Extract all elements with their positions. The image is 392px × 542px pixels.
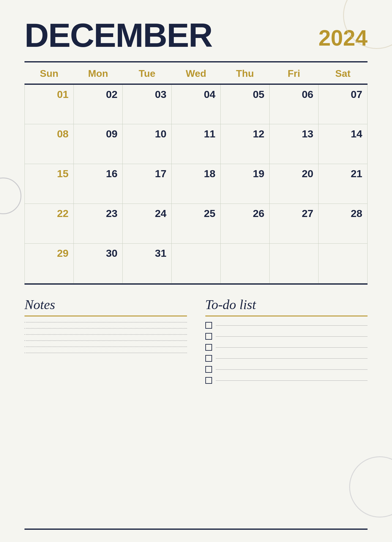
- date-number: 21: [323, 168, 362, 180]
- header-wed: Wed: [172, 62, 221, 84]
- calendar-cell: 27: [270, 204, 319, 243]
- date-number: 05: [226, 88, 264, 100]
- todo-item: [205, 322, 368, 329]
- notes-line: [24, 346, 187, 347]
- deco-circle-bottom-right: [349, 456, 392, 518]
- header-thu: Thu: [221, 62, 270, 84]
- notes-line: [24, 340, 187, 341]
- todo-line: [216, 380, 368, 381]
- calendar-cell: [221, 243, 270, 283]
- calendar-cell: [172, 243, 221, 283]
- notes-line: [24, 353, 187, 353]
- calendar-cell: 15: [25, 164, 74, 204]
- todo-item: [205, 344, 368, 351]
- calendar-cell: 24: [123, 204, 172, 243]
- calendar-week-row: 08091011121314: [25, 124, 368, 164]
- calendar-cell: 22: [25, 204, 74, 243]
- date-number: 29: [30, 247, 69, 259]
- calendar-cell: 04: [172, 84, 221, 124]
- todo-line: [216, 325, 368, 326]
- notes-line: [24, 328, 187, 329]
- calendar-cell: 20: [270, 164, 319, 204]
- page-header: DECEMBER 2024: [24, 18, 368, 52]
- calendar-cell: [270, 243, 319, 283]
- calendar-cell: 30: [74, 243, 123, 283]
- calendar-week-row: 22232425262728: [25, 204, 368, 243]
- date-number: 09: [79, 128, 118, 140]
- calendar-cell: 16: [74, 164, 123, 204]
- notes-lines: [24, 322, 187, 353]
- notes-underline: [24, 316, 187, 316]
- calendar-week-row: 01020304050607: [25, 84, 368, 124]
- calendar-week-row: 15161718192021: [25, 164, 368, 204]
- date-number: 18: [177, 168, 215, 180]
- date-number: 25: [177, 207, 215, 219]
- notes-line: [24, 334, 187, 335]
- date-number: 24: [128, 207, 166, 219]
- deco-circle-left: [0, 178, 21, 214]
- date-number: 02: [79, 88, 118, 100]
- date-number: 31: [128, 247, 166, 259]
- todo-items: [205, 322, 368, 384]
- todo-item: [205, 333, 368, 340]
- calendar-cell: 26: [221, 204, 270, 243]
- calendar-cell: 29: [25, 243, 74, 283]
- calendar-cell: 01: [25, 84, 74, 124]
- date-number: 10: [128, 128, 166, 140]
- calendar-cell: 14: [319, 124, 368, 164]
- header-mon: Mon: [74, 62, 123, 84]
- day-header-row: Sun Mon Tue Wed Thu Fri Sat: [25, 62, 368, 84]
- todo-item: [205, 377, 368, 384]
- calendar-cell: 17: [123, 164, 172, 204]
- date-number: 08: [30, 128, 69, 140]
- notes-title: Notes: [24, 297, 187, 312]
- todo-checkbox[interactable]: [205, 333, 212, 340]
- todo-item: [205, 355, 368, 362]
- date-number: 13: [274, 128, 313, 140]
- calendar-cell: 12: [221, 124, 270, 164]
- date-number: 17: [128, 168, 166, 180]
- final-border: [24, 529, 368, 530]
- todo-line: [216, 369, 368, 370]
- calendar-cell: 03: [123, 84, 172, 124]
- calendar-cell: 18: [172, 164, 221, 204]
- todo-title: To-do list: [205, 297, 368, 312]
- calendar-table: Sun Mon Tue Wed Thu Fri Sat 010203040506…: [24, 62, 368, 283]
- calendar-cell: 11: [172, 124, 221, 164]
- notes-line: [24, 322, 187, 323]
- month-title: DECEMBER: [24, 18, 212, 52]
- todo-checkbox[interactable]: [205, 377, 212, 384]
- date-number: 12: [226, 128, 264, 140]
- todo-checkbox[interactable]: [205, 355, 212, 362]
- calendar-bottom-border: [24, 283, 368, 285]
- calendar-cell: 07: [319, 84, 368, 124]
- date-number: 06: [274, 88, 313, 100]
- calendar-cell: 13: [270, 124, 319, 164]
- date-number: 28: [323, 207, 362, 219]
- date-number: 14: [323, 128, 362, 140]
- date-number: 11: [177, 128, 215, 140]
- calendar-cell: 10: [123, 124, 172, 164]
- notes-section: Notes: [24, 297, 187, 388]
- todo-checkbox[interactable]: [205, 322, 212, 329]
- todo-item: [205, 366, 368, 373]
- calendar-week-row: 293031: [25, 243, 368, 283]
- todo-checkbox[interactable]: [205, 344, 212, 351]
- date-number: 27: [274, 207, 313, 219]
- date-number: 01: [30, 88, 69, 100]
- calendar-cell: 23: [74, 204, 123, 243]
- todo-line: [216, 358, 368, 359]
- calendar-cell: 19: [221, 164, 270, 204]
- todo-section: To-do list: [205, 297, 368, 388]
- calendar-page: DECEMBER 2024 Sun Mon Tue Wed Thu Fri Sa…: [0, 0, 392, 542]
- calendar-cell: 25: [172, 204, 221, 243]
- header-sun: Sun: [25, 62, 74, 84]
- calendar-wrapper: Sun Mon Tue Wed Thu Fri Sat 010203040506…: [24, 61, 368, 285]
- date-number: 07: [323, 88, 362, 100]
- header-fri: Fri: [270, 62, 319, 84]
- header-tue: Tue: [123, 62, 172, 84]
- date-number: 22: [30, 207, 69, 219]
- calendar-cell: 21: [319, 164, 368, 204]
- todo-checkbox[interactable]: [205, 366, 212, 373]
- header-sat: Sat: [319, 62, 368, 84]
